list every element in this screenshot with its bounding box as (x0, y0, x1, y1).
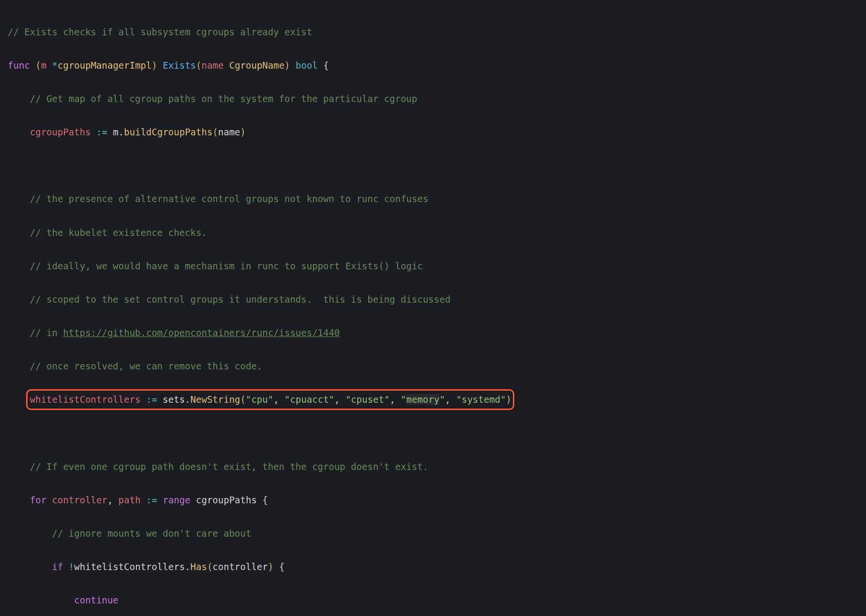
pkg: sets (163, 394, 185, 405)
code-line-highlighted: whitelistControllers := sets.NewString("… (8, 391, 858, 408)
code-line: for controller, path := range cgroupPath… (8, 492, 858, 509)
comment-text: // Exists checks if all subsystem cgroup… (8, 27, 312, 37)
code-line: func (m *cgroupManagerImpl) Exists(name … (8, 57, 858, 74)
keyword-func: func (8, 60, 30, 71)
ident: whitelistControllers (74, 561, 185, 572)
string-literal: "systemd" (456, 394, 506, 405)
comma: , (107, 495, 119, 505)
star-op: * (52, 60, 58, 71)
paren: ( (207, 561, 212, 572)
function-name: Exists (163, 60, 196, 71)
method-call: buildCgroupPaths (124, 127, 212, 137)
comment-text: // If even one cgroup path doesn't exist… (30, 461, 429, 472)
paren: ) (268, 561, 273, 572)
func-call: NewString (191, 394, 240, 405)
comment-prefix: // in (30, 327, 63, 338)
code-line: // the presence of alternative control g… (8, 191, 858, 207)
dot: . (185, 561, 190, 572)
comment-text: // once resolved, we can remove this cod… (30, 361, 262, 371)
paren: ( (196, 60, 201, 71)
code-line: // ideally, we would have a mechanism in… (8, 258, 858, 275)
code-line: if !whitelistControllers.Has(controller)… (8, 558, 858, 575)
paren: ) (240, 127, 246, 137)
comma: , (389, 394, 401, 405)
brace: { (279, 561, 284, 572)
comment-text: // in https://github.com/opencontainers/… (30, 327, 340, 338)
method-call: Has (191, 561, 207, 572)
short-decl-op: := (96, 127, 107, 137)
code-line: // ignore mounts we don't care about (8, 525, 858, 542)
comma: , (334, 394, 345, 405)
receiver-var: m (41, 60, 46, 71)
paren: ( (240, 394, 246, 405)
arg: name (218, 127, 240, 137)
code-line: // Exists checks if all subsystem cgroup… (8, 24, 858, 41)
blank-line (8, 157, 858, 174)
brace: { (323, 60, 328, 71)
string-literal: "cpuset" (345, 394, 390, 405)
short-decl-op: := (146, 495, 157, 505)
code-line: continue (8, 592, 858, 609)
string-literal: "cpu" (246, 394, 273, 405)
comma: , (445, 394, 456, 405)
highlight-annotation: whitelistControllers := sets.NewString("… (30, 391, 511, 408)
comment-link[interactable]: https://github.com/opencontainers/runc/i… (63, 327, 340, 338)
keyword-range: range (163, 495, 190, 505)
paren: ( (35, 60, 41, 71)
paren: ) (152, 60, 157, 71)
short-decl-op: := (146, 394, 157, 405)
comment-text: // the presence of alternative control g… (30, 193, 429, 204)
not-op: ! (69, 561, 74, 572)
return-type: bool (296, 60, 318, 71)
arg: controller (212, 561, 268, 572)
paren: ) (284, 60, 290, 71)
var-name: whitelistControllers (30, 394, 141, 405)
comment-text: // scoped to the set control groups it u… (30, 294, 450, 305)
code-line: // once resolved, we can remove this cod… (8, 358, 858, 375)
code-line: // in https://github.com/opencontainers/… (8, 324, 858, 341)
dot: . (185, 394, 190, 405)
keyword-continue: continue (74, 595, 119, 605)
code-line: cgroupPaths := m.buildCgroupPaths(name) (8, 124, 858, 141)
loop-var: controller (52, 495, 107, 505)
comment-text: // Get map of all cgroup paths on the sy… (30, 93, 418, 104)
string-literal: "memory" (401, 394, 445, 405)
comment-text: // ignore mounts we don't care about (52, 528, 252, 539)
keyword-if: if (52, 561, 63, 572)
receiver-type: cgroupManagerImpl (58, 60, 151, 71)
string-literal: "cpuacct" (284, 394, 334, 405)
comment-text: // the kubelet existence checks. (30, 227, 207, 238)
paren: ( (212, 127, 218, 137)
loop-var: path (119, 495, 141, 505)
ident: cgroupPaths (196, 495, 257, 505)
var-name: cgroupPaths (30, 127, 91, 137)
code-line: // scoped to the set control groups it u… (8, 291, 858, 308)
string-quote: " (401, 394, 406, 405)
selection-highlight: memory (406, 394, 440, 405)
param-type: CgroupName (229, 60, 284, 71)
code-line: // Get map of all cgroup paths on the sy… (8, 90, 858, 107)
dot: . (119, 127, 124, 137)
code-line: // the kubelet existence checks. (8, 224, 858, 241)
ident: m (113, 127, 118, 137)
code-line: // If even one cgroup path doesn't exist… (8, 458, 858, 475)
param-name: name (202, 60, 224, 71)
brace: { (262, 495, 268, 505)
blank-line (8, 425, 858, 441)
comment-text: // ideally, we would have a mechanism in… (30, 261, 423, 271)
code-editor[interactable]: // Exists checks if all subsystem cgroup… (0, 0, 866, 616)
paren: ) (506, 394, 511, 405)
comma: , (273, 394, 284, 405)
keyword-for: for (30, 495, 46, 505)
string-quote: " (439, 394, 445, 405)
